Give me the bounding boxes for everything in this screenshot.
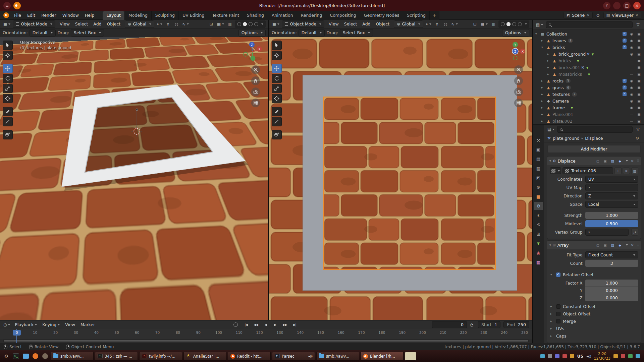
drag-select[interactable]: Select Box [340,29,373,37]
viewport-menu-item[interactable]: View [57,20,72,28]
timeline-menu-item[interactable]: Playback [12,321,40,328]
falloff-icon[interactable]: ∿ [181,20,190,28]
transform-orientation-select[interactable]: ⊕Global [125,20,154,28]
viewport-menu-item[interactable]: Object [104,20,123,28]
breadcrumb-object[interactable]: plate.ground [553,136,580,141]
expand-arrow-icon[interactable]: ▸ [547,72,552,76]
section-checkbox[interactable] [556,319,560,323]
viewport-3d-canvas[interactable]: User Perspective (0) textures | plate.gr… [0,37,268,320]
disable-render-icon[interactable] [637,93,641,96]
viewport-menu-item[interactable]: Object [373,20,392,28]
midlevel-field[interactable]: 0.500 [585,220,638,227]
relative-offset-section[interactable]: ▾ Relative Offset [550,271,638,278]
strength-field[interactable]: 1.000 [585,212,638,219]
camera-view-icon[interactable] [251,87,260,96]
factor-y-field[interactable]: 0.000 [585,287,638,294]
properties-tab[interactable]: ⊞ [534,230,543,238]
applications-menu-icon[interactable]: ⚙ [2,352,10,360]
collapsed-section-row[interactable]: ▸ Constant Offset [550,303,638,310]
playhead[interactable]: 0 [16,329,17,343]
hide-eye-icon[interactable] [629,32,634,36]
zoom-icon[interactable] [251,65,260,74]
outliner-row[interactable]: ▾ Collection [533,31,644,37]
viewlayer-unlink-icon[interactable]: ✕ [636,13,638,17]
properties-tab[interactable]: ▣ [534,145,543,154]
add-cube-tool[interactable] [272,130,282,139]
app-menu-item[interactable]: Window [59,12,82,19]
taskbar-window-button[interactable]: twily.info ~/... [139,352,182,361]
tray-weather-icon[interactable] [613,354,618,358]
volume-icon[interactable]: ◄))) [586,355,591,358]
hide-eye-icon[interactable] [629,93,634,96]
overlays-icon[interactable]: ▦ [216,20,225,28]
auto-keying-icon[interactable] [233,322,238,327]
realtime-toggle-icon[interactable]: ▤ [610,158,615,164]
editor-type-button[interactable]: ▦ [3,20,11,28]
zoom-icon[interactable] [514,65,523,74]
timeline-scrollbar[interactable] [3,340,529,342]
hide-eye-icon[interactable] [629,119,634,123]
disable-render-icon[interactable] [637,59,641,63]
move-tool[interactable] [272,64,282,73]
properties-tab[interactable]: ▧ [534,164,543,173]
taskbar-window-button[interactable]: smb://awv... [316,352,359,361]
current-frame-field[interactable]: 0 [432,321,467,328]
outliner-search-input[interactable] [546,21,633,28]
section-arrow-icon[interactable]: ▾ [550,273,554,276]
disable-render-icon[interactable] [637,106,641,110]
camera-view-icon[interactable] [514,87,523,96]
options-button[interactable]: Options [502,29,529,37]
workspace-tab[interactable]: Rendering [297,11,326,20]
disable-render-icon[interactable] [637,119,641,123]
timeline-menu-item[interactable]: View [62,321,78,328]
pin-icon[interactable]: ⊙ [634,134,641,142]
tray-settings-icon[interactable] [548,354,552,358]
navigation-gizmo[interactable]: Z X [241,41,263,62]
editor-type-button[interactable]: ◷ [3,321,11,328]
disable-render-icon[interactable] [637,72,641,76]
tray-vpn-icon[interactable] [628,354,633,358]
properties-tab[interactable]: ⚙ [534,202,543,210]
expand-arrow-icon[interactable]: ▸ [541,99,546,103]
collection-checkbox[interactable] [623,39,627,43]
orientation-select[interactable]: Default [299,29,325,37]
section-arrow-icon[interactable]: ▸ [550,305,554,308]
jump-to-end-button[interactable]: ▶| [290,321,299,328]
hide-eye-icon[interactable] [629,99,634,103]
editmode-toggle-icon[interactable]: ▣ [602,242,608,248]
outliner-row[interactable]: ▸ Camera [533,98,644,104]
outliner-row[interactable]: ▸ textures 7 [533,91,644,98]
outliner-row[interactable]: ▾ bricks [533,44,644,51]
collapsed-section-row[interactable]: ▸ Object Offset [550,310,638,317]
delete-modifier-icon[interactable]: ✕ [630,159,635,163]
pan-hand-icon[interactable] [251,76,260,85]
fit-type-select[interactable]: Fixed Count [585,251,638,258]
expand-arrow-icon[interactable]: ▾ [535,32,540,36]
add-modifier-button[interactable]: Add Modifier [547,145,641,153]
outliner-row[interactable]: ▸ Plane.001 [533,111,644,118]
clock[interactable]: 2:20 12/30/23 [594,352,610,360]
keyboard-layout-indicator[interactable]: US [577,354,583,359]
gimp-launcher-icon[interactable] [41,352,49,360]
show-gizmo-icon[interactable]: ⊡ [472,20,478,28]
hide-eye-icon[interactable] [629,106,634,110]
axis-y-handle[interactable] [251,56,256,61]
viewport-menu-item[interactable]: Select [341,20,360,28]
transform-tool[interactable] [3,94,13,103]
scale-tool[interactable] [272,84,282,93]
taskbar-window-button[interactable]: Reddit - htt... [228,352,271,361]
tray-update-icon[interactable] [570,354,574,358]
magnet-snap-icon[interactable]: ∩ [165,20,171,28]
hide-eye-icon[interactable] [629,59,634,63]
disable-render-icon[interactable] [637,86,641,89]
displace-panel-header[interactable]: ▾ ⚙ Displace ▢ ▣ ▤ ◆ ✕ ⠿ [547,157,641,165]
relative-offset-checkbox[interactable] [556,273,560,277]
tray-network-icon[interactable] [540,354,545,358]
rotate-tool[interactable] [3,74,13,83]
falloff-icon[interactable]: ∿ [450,20,459,28]
navigation-gizmo[interactable]: Y X Z [504,41,526,62]
hide-eye-icon[interactable] [629,46,634,49]
tray-sync-icon[interactable] [555,354,559,358]
invert-vgroup-button[interactable]: ⇄ [631,229,638,236]
files-launcher-icon[interactable] [21,352,30,360]
